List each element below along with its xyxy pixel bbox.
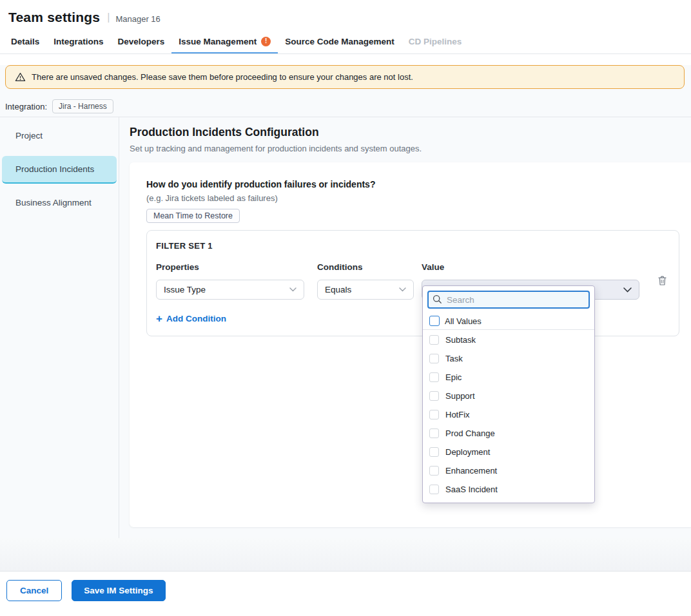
- dropdown-option[interactable]: Prod Change: [423, 424, 594, 443]
- checkbox-icon[interactable]: [429, 335, 439, 345]
- integration-chip[interactable]: Jira - Harness: [52, 99, 113, 113]
- add-condition-button[interactable]: + Add Condition: [156, 313, 226, 324]
- dropdown-option[interactable]: Subtask: [423, 331, 594, 349]
- add-condition-label: Add Condition: [166, 314, 226, 323]
- tab-label: Integrations: [54, 37, 103, 46]
- dropdown-option[interactable]: Support: [423, 387, 594, 405]
- checkbox-icon[interactable]: [429, 372, 439, 382]
- conditions-select-value: Equals: [325, 285, 351, 294]
- dropdown-option[interactable]: All Values: [423, 313, 594, 330]
- filter-set-title: FILTER SET 1: [156, 241, 670, 251]
- save-im-settings-button[interactable]: Save IM Settings: [72, 580, 165, 601]
- dropdown-option[interactable]: SaaS Incident: [423, 480, 594, 499]
- option-label: Epic: [445, 372, 462, 382]
- filter-set-box: FILTER SET 1 Properties Issue Type Condi…: [146, 230, 679, 336]
- main-panel: Production Incidents Configuration Set u…: [119, 117, 691, 538]
- footer-spacer: [0, 538, 691, 571]
- dropdown-options-list: All Values Subtask Task: [423, 313, 594, 503]
- trash-icon: [657, 275, 667, 286]
- checkbox-icon[interactable]: [429, 354, 439, 363]
- section-title: Production Incidents Configuration: [130, 126, 691, 139]
- tab[interactable]: Details: [4, 30, 46, 53]
- tab-label: CD Pipelines: [409, 37, 462, 46]
- cancel-button[interactable]: Cancel: [6, 580, 62, 601]
- chevron-down-icon: [623, 287, 632, 293]
- checkbox-icon[interactable]: [429, 316, 440, 326]
- page-header: Team settings | Manager 16: [0, 0, 691, 30]
- chevron-down-icon: [399, 287, 406, 292]
- value-dropdown-panel: All Values Subtask Task: [422, 285, 595, 503]
- option-label: Subtask: [445, 335, 476, 345]
- page-title: Team settings: [8, 10, 100, 25]
- tab[interactable]: CD Pipelines: [402, 30, 469, 53]
- sidebar-item-label: Business Alignment: [15, 198, 92, 207]
- properties-select[interactable]: Issue Type: [156, 280, 304, 300]
- question-heading: How do you identify production failures …: [146, 179, 679, 189]
- properties-column-label: Properties: [156, 262, 304, 272]
- warning-icon: [15, 72, 26, 82]
- conditions-column-label: Conditions: [317, 262, 414, 272]
- option-label: HotFix: [445, 410, 470, 419]
- action-footer: Cancel Save IM Settings: [0, 571, 691, 609]
- option-label: Task: [445, 354, 463, 363]
- properties-select-value: Issue Type: [164, 285, 206, 294]
- tab-label: Developers: [118, 37, 165, 46]
- option-label: Enhancement: [445, 466, 497, 476]
- team-name: Manager 16: [115, 12, 160, 24]
- checkbox-icon[interactable]: [429, 428, 439, 438]
- option-label: SaaS Incident: [445, 485, 498, 494]
- tab[interactable]: Issue Management !: [171, 30, 278, 53]
- checkbox-icon[interactable]: [429, 466, 439, 476]
- alert-badge-icon: !: [261, 37, 271, 46]
- dropdown-option[interactable]: HotFix: [423, 405, 594, 424]
- option-label: Deployment: [445, 447, 490, 457]
- conditions-select[interactable]: Equals: [317, 280, 414, 300]
- checkbox-icon[interactable]: [429, 410, 439, 419]
- sidebar-item[interactable]: Business Alignment: [2, 189, 117, 217]
- tab-bar: Details Integrations Developers Issue Ma…: [0, 30, 691, 54]
- search-icon: [433, 294, 442, 304]
- checkbox-icon[interactable]: [429, 485, 439, 494]
- banner-text: There are unsaved changes. Please save t…: [32, 72, 413, 82]
- config-card: How do you identify production failures …: [130, 162, 691, 527]
- delete-filter-button[interactable]: [655, 273, 670, 291]
- metric-chip[interactable]: Mean Time to Restore: [146, 209, 240, 223]
- sidebar-item[interactable]: Project: [2, 122, 117, 150]
- tab-label: Source Code Management: [285, 37, 394, 46]
- dropdown-option[interactable]: Deployment: [423, 443, 594, 461]
- checkbox-icon[interactable]: [429, 447, 439, 457]
- section-subtitle: Set up tracking and management for produ…: [130, 144, 691, 153]
- dropdown-search-input[interactable]: [427, 291, 590, 309]
- plus-icon: +: [156, 313, 162, 324]
- dropdown-option[interactable]: Epic: [423, 368, 594, 387]
- tab[interactable]: Developers: [111, 30, 172, 53]
- integration-row: Integration: Jira - Harness: [5, 99, 691, 113]
- dropdown-option[interactable]: Customer Notification: [423, 499, 594, 503]
- option-label: Prod Change: [445, 428, 495, 438]
- option-label: Support: [445, 391, 475, 401]
- chevron-down-icon: [289, 287, 297, 292]
- tab[interactable]: Integrations: [46, 30, 110, 53]
- checkbox-icon[interactable]: [429, 391, 439, 401]
- integration-label: Integration:: [5, 102, 47, 111]
- unsaved-changes-banner: There are unsaved changes. Please save t…: [5, 65, 685, 89]
- question-hint: (e.g. Jira tickets labeled as failures): [146, 193, 679, 203]
- dropdown-option[interactable]: Task: [423, 349, 594, 368]
- settings-sidebar: Project Production Incidents Business Al…: [0, 117, 119, 538]
- tab-label: Issue Management: [179, 37, 257, 46]
- sidebar-item[interactable]: Production Incidents: [2, 156, 117, 184]
- sidebar-item-label: Production Incidents: [15, 164, 94, 174]
- option-label: All Values: [445, 316, 482, 326]
- value-column-label: Value: [422, 262, 639, 272]
- tab-label: Details: [11, 37, 39, 46]
- dropdown-option[interactable]: Enhancement: [423, 461, 594, 480]
- sidebar-item-label: Project: [15, 131, 43, 140]
- title-separator: |: [107, 12, 110, 23]
- content-area: There are unsaved changes. Please save t…: [0, 65, 691, 538]
- tab[interactable]: Source Code Management: [278, 30, 402, 53]
